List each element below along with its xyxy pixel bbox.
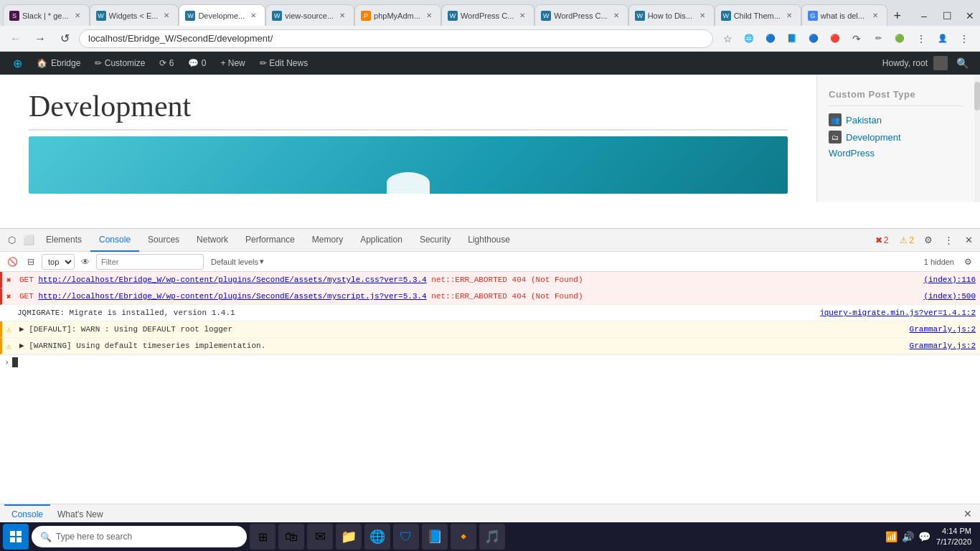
warn-source-1[interactable]: Grammarly.js:2 xyxy=(903,324,976,335)
default-levels[interactable]: Default levels ▾ xyxy=(207,257,268,266)
devtools-drawer-close-button[interactable]: ✕ xyxy=(960,506,976,522)
tab-slack[interactable]: S Slack | * ge... ✕ xyxy=(3,4,90,26)
devtools-tab-console[interactable]: Console xyxy=(90,229,139,252)
devtools-tab-application[interactable]: Application xyxy=(352,229,411,252)
network-icon[interactable]: 📶 xyxy=(885,531,897,542)
taskbar-clock[interactable]: 4:14 PM 7/17/2020 xyxy=(936,526,971,548)
notification-icon[interactable]: 💬 xyxy=(918,531,930,542)
tab-widgets[interactable]: W Widgets < E... ✕ xyxy=(90,4,179,26)
back-button[interactable]: ← xyxy=(6,29,26,49)
tab-close-widgets[interactable]: ✕ xyxy=(161,10,172,22)
console-filter-input[interactable] xyxy=(96,254,204,270)
bookmark-button[interactable]: ☆ xyxy=(717,29,738,49)
extension7-button[interactable]: 🟢 xyxy=(890,29,910,49)
tab-close-google[interactable]: ✕ xyxy=(870,10,881,22)
error-source-1[interactable]: (index):116 xyxy=(916,274,976,286)
devtools-close-button[interactable]: ✕ xyxy=(960,232,977,249)
error-link-2[interactable]: http://localhost/Ebridge_W/wp-content/pl… xyxy=(38,292,426,301)
maximize-button[interactable]: ☐ xyxy=(937,6,957,26)
volume-icon[interactable]: 🔊 xyxy=(902,531,914,542)
address-input[interactable] xyxy=(79,29,713,48)
tab-close-phpmyadmin[interactable]: ✕ xyxy=(423,10,435,22)
minimize-button[interactable]: – xyxy=(914,6,934,26)
taskbar-search-box[interactable]: 🔍 Type here to search xyxy=(32,526,247,547)
tab-close-viewsource[interactable]: ✕ xyxy=(336,10,348,22)
tab-close-childtheme[interactable]: ✕ xyxy=(783,10,795,22)
forward-button[interactable]: → xyxy=(30,29,50,49)
bottom-tab-whatsnew[interactable]: What's New xyxy=(50,504,110,523)
comments-item[interactable]: 💬 0 xyxy=(181,52,213,75)
tab-google[interactable]: G what is del... ✕ xyxy=(801,4,887,26)
bottom-tab-console[interactable]: Console xyxy=(4,504,50,523)
inspect-element-button[interactable]: ⬡ xyxy=(3,232,20,249)
extension3-button[interactable]: 📘 xyxy=(782,29,802,49)
page-scrollbar[interactable] xyxy=(974,75,980,202)
wp-search-icon[interactable]: 🔍 xyxy=(951,57,974,69)
taskbar-app-windows-security[interactable]: 🛡 xyxy=(393,524,419,550)
wordpress-link[interactable]: WordPress xyxy=(829,148,875,159)
user-button[interactable]: 👤 xyxy=(933,29,953,49)
taskbar-app-files[interactable]: 📁 xyxy=(336,524,362,550)
extension4-button[interactable]: 🔵 xyxy=(804,29,824,49)
tab-wpcustomize2[interactable]: W WordPress C... ✕ xyxy=(534,4,628,26)
updates-item[interactable]: ⟳ 6 xyxy=(152,52,181,75)
start-button[interactable] xyxy=(3,524,29,550)
tab-close-development[interactable]: ✕ xyxy=(248,10,259,22)
tab-close-howto[interactable]: ✕ xyxy=(697,10,708,22)
devtools-tab-memory[interactable]: Memory xyxy=(303,229,352,252)
tab-howto[interactable]: W How to Dis... ✕ xyxy=(628,4,715,26)
devtools-tab-performance[interactable]: Performance xyxy=(237,229,303,252)
taskbar-app-sublime[interactable]: 🔸 xyxy=(451,524,476,550)
pakistan-link[interactable]: Pakistan xyxy=(846,115,882,126)
development-link[interactable]: Development xyxy=(846,132,901,143)
warn-source-2[interactable]: Grammarly.js:2 xyxy=(903,340,976,352)
customize-item[interactable]: ✏ Customize xyxy=(88,52,152,75)
extension6-button[interactable]: ✏ xyxy=(868,29,888,49)
tab-development[interactable]: W Developme... ✕ xyxy=(179,4,265,26)
tab-close-wpcustomize[interactable]: ✕ xyxy=(517,10,528,22)
tab-close-slack[interactable]: ✕ xyxy=(72,10,83,22)
new-content-item[interactable]: + New xyxy=(213,52,252,75)
console-context-select[interactable]: top xyxy=(42,254,75,270)
info-source-1[interactable]: jquery-migrate.min.js?ver=1.4.1:2 xyxy=(812,307,976,319)
devtools-tab-lighthouse[interactable]: Lighthouse xyxy=(459,229,519,252)
console-eye-button[interactable]: 👁 xyxy=(77,254,93,270)
tab-phpmyadmin[interactable]: P phpMyAdm... ✕ xyxy=(354,4,441,26)
console-settings-button[interactable]: ⚙ xyxy=(960,254,976,270)
extension5-button[interactable]: 🔴 xyxy=(825,29,845,49)
devtools-tab-security[interactable]: Security xyxy=(411,229,459,252)
devtools-tab-network[interactable]: Network xyxy=(188,229,237,252)
wp-logo-item[interactable]: ⊕ xyxy=(6,52,29,75)
error-source-2[interactable]: (index):500 xyxy=(916,291,976,302)
devtools-settings-button[interactable]: ⚙ xyxy=(920,232,937,249)
settings-button[interactable]: ⋮ xyxy=(911,29,931,49)
taskbar-app-store[interactable]: 🛍 xyxy=(278,524,304,550)
taskbar-app-task-view[interactable]: ⊞ xyxy=(250,524,275,550)
taskbar-app-mail[interactable]: ✉ xyxy=(307,524,333,550)
new-tab-button[interactable]: + xyxy=(887,6,908,26)
edit-post-item[interactable]: ✏ Edit News xyxy=(253,52,315,75)
console-toggle-button[interactable]: ⊟ xyxy=(23,254,39,270)
taskbar-app-other[interactable]: 🎵 xyxy=(479,524,505,550)
clear-console-button[interactable]: 🚫 xyxy=(4,254,20,270)
refresh-button[interactable]: ↺ xyxy=(55,29,75,49)
taskbar-app-vs[interactable]: 📘 xyxy=(422,524,448,550)
devtools-tab-elements[interactable]: Elements xyxy=(37,229,90,252)
device-toolbar-button[interactable]: ⬜ xyxy=(20,232,37,249)
close-button[interactable]: ✕ xyxy=(960,6,980,26)
taskbar-app-edge[interactable]: 🌐 xyxy=(364,524,390,550)
extension2-button[interactable]: 🔵 xyxy=(760,29,781,49)
history-button[interactable]: ↷ xyxy=(847,29,867,49)
tab-childtheme[interactable]: W Child Them... ✕ xyxy=(715,4,801,26)
development-icon: 🗂 xyxy=(829,131,842,143)
tab-close-wpcustomize2[interactable]: ✕ xyxy=(611,10,622,22)
tab-viewsource[interactable]: W view-source... ✕ xyxy=(265,4,354,26)
extension1-button[interactable]: 🌐 xyxy=(739,29,759,49)
site-name-item[interactable]: 🏠 Ebridge xyxy=(29,52,88,75)
devtools-tab-sources[interactable]: Sources xyxy=(139,229,188,252)
customize-label: ✏ Customize xyxy=(95,58,145,68)
tab-wpcustomize[interactable]: W WordPress C... ✕ xyxy=(441,4,534,26)
menu-button[interactable]: ⋮ xyxy=(954,29,974,49)
error-link-1[interactable]: http://localhost/Ebridge_W/wp-content/pl… xyxy=(38,276,426,284)
devtools-more-button[interactable]: ⋮ xyxy=(940,232,957,249)
